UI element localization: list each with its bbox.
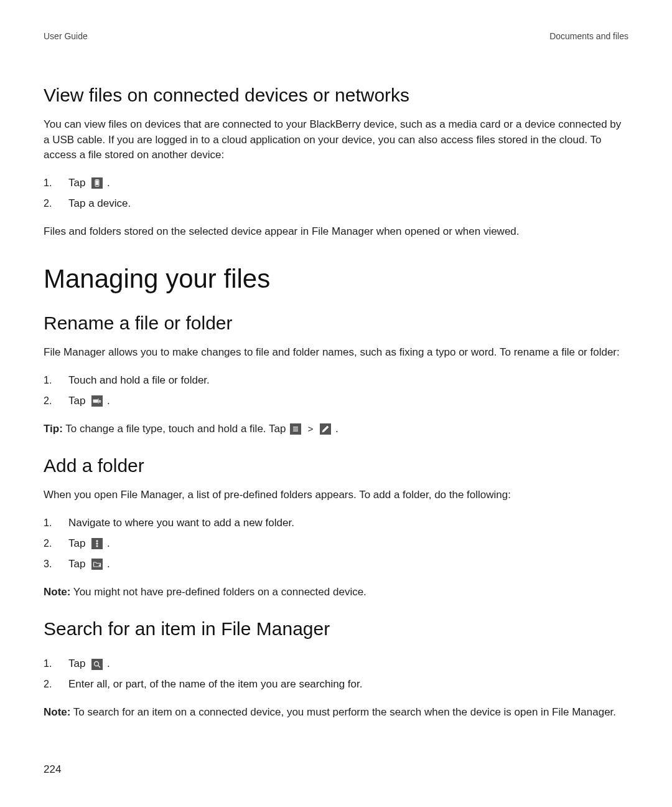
section-rename-title: Rename a file or folder (44, 313, 628, 334)
note-text: To search for an item on a connected dev… (70, 706, 616, 718)
section-add-folder-title: Add a folder (44, 455, 628, 476)
tap-label: Tap (68, 177, 85, 189)
tap-label: Tap (68, 658, 85, 669)
more-icon (91, 538, 103, 549)
tip-label: Tip: (44, 423, 63, 435)
edit-icon (320, 423, 331, 435)
section3-intro: When you open File Manager, a list of pr… (44, 488, 628, 503)
note-text: You might not have pre-defined folders o… (70, 586, 366, 598)
svg-point-9 (96, 540, 98, 542)
section1-step2: Tap a device. (44, 195, 628, 213)
section4-step1: Tap . (44, 655, 628, 673)
note-label: Note: (44, 586, 70, 598)
device-icon (91, 177, 103, 189)
section2-tip: Tip: To change a file type, touch and ho… (44, 422, 628, 437)
section3-step1: Navigate to where you want to add a new … (44, 514, 628, 532)
section1-step1: Tap . (44, 174, 628, 192)
search-icon (91, 659, 103, 670)
svg-point-14 (95, 661, 99, 666)
tap-label: Tap (68, 395, 85, 407)
svg-text:AB: AB (94, 400, 98, 403)
page-number: 224 (44, 763, 61, 776)
section2-step1: Touch and hold a file or folder. (44, 372, 628, 390)
main-title: Managing your files (44, 264, 628, 294)
properties-icon (290, 423, 301, 435)
rename-icon: ABC (91, 395, 103, 407)
period: . (107, 658, 110, 669)
svg-text:C: C (99, 400, 101, 403)
tap-label: Tap (68, 537, 85, 549)
tap-label: Tap (68, 558, 85, 570)
section3-note: Note: You might not have pre-defined fol… (44, 585, 628, 600)
section1-outro: Files and folders stored on the selected… (44, 224, 628, 240)
section4-note: Note: To search for an item on a connect… (44, 705, 628, 720)
svg-point-11 (96, 545, 98, 547)
section4-step2: Enter all, or part, of the name of the i… (44, 676, 628, 694)
section3-step2: Tap . (44, 535, 628, 553)
header-right: Documents and files (549, 31, 628, 41)
section2-step2: Tap ABC . (44, 392, 628, 410)
note-label: Note: (44, 706, 70, 718)
section-search-title: Search for an item in File Manager (44, 618, 628, 639)
svg-line-15 (98, 666, 100, 668)
period: . (107, 177, 110, 189)
period: . (107, 558, 110, 570)
header-left: User Guide (44, 31, 88, 41)
tip-text: To change a file type, touch and hold a … (63, 423, 286, 435)
period: . (107, 395, 110, 407)
section3-step3: Tap . (44, 555, 628, 573)
period: . (335, 423, 338, 435)
section1-intro: You can view files on devices that are c… (44, 117, 628, 163)
section-view-files-title: View files on connected devices or netwo… (44, 85, 628, 106)
svg-point-10 (96, 543, 98, 544)
section2-intro: File Manager allows you to make changes … (44, 345, 628, 361)
svg-rect-1 (96, 181, 98, 185)
add-folder-icon (91, 559, 103, 570)
period: . (107, 537, 110, 549)
chevron-right: > (308, 423, 314, 434)
